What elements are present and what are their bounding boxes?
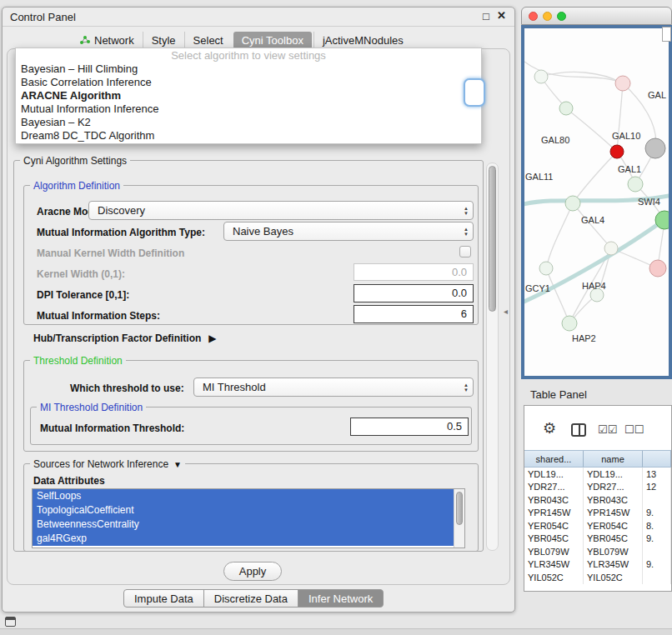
table-row[interactable]: YER054C YER054C 8. <box>524 519 671 532</box>
network-node[interactable] <box>649 260 666 277</box>
dropdown-item[interactable]: Mutual Information Inference <box>16 102 481 116</box>
column-header[interactable]: name <box>584 451 643 467</box>
network-node[interactable] <box>628 177 643 192</box>
sources-section-title[interactable]: Sources for Network Inference ▼ <box>30 458 185 470</box>
cell: 9. <box>643 558 671 572</box>
close-icon[interactable]: ✕ <box>497 9 506 22</box>
dropdown-item[interactable]: Bayesian – Hill Climbing <box>16 62 481 76</box>
node-label: GAL4 <box>581 215 604 225</box>
list-item[interactable]: BetweennessCentrality <box>33 518 454 532</box>
column-header[interactable]: shared... <box>524 451 584 467</box>
table-row[interactable]: YDR27... YDR27... 12 <box>524 481 671 494</box>
network-node[interactable] <box>565 196 580 211</box>
node-label: GAL80 <box>541 135 569 145</box>
network-node[interactable] <box>615 76 630 91</box>
tab-impute-data[interactable]: Impute Data <box>123 589 204 608</box>
threshold-definition-title: Threshold Definition <box>30 355 126 367</box>
table-row[interactable]: YLR345W YLR345W 9. <box>524 558 671 572</box>
minimize-traffic-light[interactable] <box>543 12 552 21</box>
network-node[interactable] <box>604 242 618 255</box>
dropdown-item[interactable]: Dream8 DC_TDC Algorithm <box>16 129 481 142</box>
manual-kernel-width-label: Manual Kernel Width Definition <box>37 248 184 259</box>
list-item[interactable]: gal4RGexp <box>33 532 454 546</box>
tab-label: Select <box>193 34 223 47</box>
network-node-labels: GAL GAL80 GAL10 GAL11 GAL1 SWI4 GAL4 GCY… <box>525 90 666 343</box>
sources-title-label: Sources for Network Inference <box>33 458 168 470</box>
manual-kernel-width-checkbox[interactable] <box>459 246 471 258</box>
attributes-scrollbar-thumb[interactable] <box>456 492 463 525</box>
cell: 8. <box>643 519 671 532</box>
network-node[interactable] <box>559 102 573 115</box>
kernel-width-field[interactable]: 0.0 <box>354 263 474 281</box>
tab-label: Network <box>94 34 134 47</box>
network-node[interactable] <box>534 70 548 83</box>
cell: YDR27... <box>524 481 584 494</box>
data-attributes-label: Data Attributes <box>33 475 105 487</box>
aracne-mode-combobox[interactable]: Discovery <box>88 201 474 220</box>
unselect-all-columns-icon[interactable]: ☐☐ <box>624 423 644 436</box>
control-panel-titlebar[interactable] <box>3 8 514 27</box>
select-all-columns-icon[interactable]: ☑☑ <box>598 423 617 436</box>
minimize-icon[interactable]: □ <box>483 10 489 22</box>
list-item[interactable]: SelfLoops <box>33 489 454 503</box>
network-node[interactable] <box>645 138 665 158</box>
expand-arrow-icon[interactable]: ▶ <box>208 332 216 344</box>
node-label: GAL10 <box>612 131 640 141</box>
mi-steps-field[interactable]: 6 <box>354 305 474 323</box>
algorithm-combobox-fragment[interactable] <box>464 78 485 107</box>
close-traffic-light[interactable] <box>529 12 538 21</box>
control-panel-tabs: Network Style Select Cyni Toolbox jActiv… <box>72 31 412 49</box>
node-label: GAL <box>648 90 666 100</box>
network-view-frame: GAL GAL80 GAL10 GAL11 GAL1 SWI4 GAL4 GCY… <box>521 25 672 379</box>
restore-panel-icon-titlebar <box>6 618 15 620</box>
dropdown-item-selected[interactable]: ARACNE Algorithm <box>16 89 481 102</box>
tab-jactivemnodules[interactable]: jActiveMNodules <box>313 32 412 49</box>
column-header[interactable] <box>643 451 671 467</box>
cell: YIL052C <box>584 571 643 584</box>
dropdown-item[interactable]: Basic Correlation Inference <box>16 76 481 89</box>
dpi-tolerance-field[interactable]: 0.0 <box>354 284 474 302</box>
which-threshold-label: Which threshold to use: <box>70 382 184 394</box>
panel-splitter-arrow-icon[interactable]: ◂ <box>504 307 508 316</box>
settings-scrollbar[interactable] <box>486 162 499 551</box>
apply-button[interactable]: Apply <box>223 562 282 581</box>
network-canvas[interactable]: GAL GAL80 GAL10 GAL11 GAL1 SWI4 GAL4 GCY… <box>524 28 669 376</box>
node-label: GCY1 <box>525 283 550 293</box>
cell <box>643 545 671 558</box>
hub-definition-section[interactable]: Hub/Transcription Factor Definition ▶ <box>33 332 217 344</box>
attributes-scrollbar[interactable] <box>454 489 464 548</box>
settings-scrollbar-thumb[interactable] <box>489 166 496 312</box>
list-item[interactable]: TopologicalCoefficient <box>33 503 454 518</box>
tab-select[interactable]: Select <box>184 32 232 49</box>
table-row[interactable]: YBL079W YBL079W <box>524 545 671 558</box>
mi-algorithm-type-label: Mutual Information Algorithm Type: <box>37 227 205 238</box>
cell: YLR345W <box>524 558 584 572</box>
table-row[interactable]: YIL052C YIL052C <box>524 571 671 584</box>
tab-network[interactable]: Network <box>72 32 143 49</box>
dropdown-item[interactable]: Bayesian – K2 <box>16 116 481 129</box>
table-row[interactable]: YBR045C YBR045C 9. <box>524 532 671 546</box>
network-node[interactable] <box>562 316 577 331</box>
network-scrollbar-box[interactable] <box>662 27 671 42</box>
algorithm-definition-title: Algorithm Definition <box>30 180 123 192</box>
tab-style[interactable]: Style <box>143 32 184 49</box>
mi-threshold-field[interactable]: 0.5 <box>350 418 469 436</box>
network-node[interactable] <box>539 262 553 275</box>
control-panel-title: Control Panel <box>10 11 76 23</box>
table-row[interactable]: YPR145W YPR145W 9. <box>524 507 671 520</box>
mi-algorithm-type-combobox[interactable]: Naive Bayes <box>223 222 474 241</box>
network-window-titlebar[interactable] <box>521 7 672 25</box>
network-node[interactable] <box>610 145 624 158</box>
table-settings-gear-icon[interactable]: ⚙ <box>543 421 556 436</box>
cell: YBR043C <box>524 493 584 507</box>
show-columns-icon[interactable] <box>571 423 586 437</box>
tab-discretize-data[interactable]: Discretize Data <box>203 589 298 608</box>
which-threshold-combobox[interactable]: MI Threshold <box>193 378 474 397</box>
tab-infer-network[interactable]: Infer Network <box>298 589 384 608</box>
collapse-arrow-icon[interactable]: ▼ <box>173 460 182 469</box>
zoom-traffic-light[interactable] <box>557 12 566 21</box>
restore-panel-icon[interactable] <box>5 617 16 627</box>
table-row[interactable]: YBR043C YBR043C <box>524 493 671 507</box>
table-row[interactable]: YDL19... YDL19... 13 <box>524 468 671 481</box>
tab-cyni-toolbox[interactable]: Cyni Toolbox <box>233 32 312 49</box>
